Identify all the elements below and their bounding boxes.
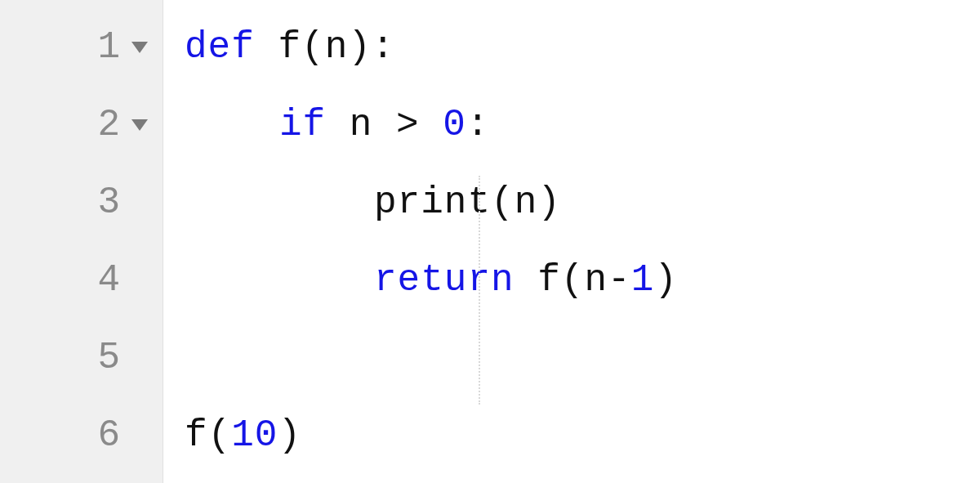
colon: : (372, 26, 395, 69)
line-number: 4 (97, 259, 120, 302)
space (514, 259, 538, 302)
fold-chevron-down-icon[interactable] (131, 42, 148, 53)
keyword-def: def (185, 26, 255, 69)
gutter-line-2[interactable]: 2 (0, 86, 163, 163)
line-number-gutter: 1 2 3 4 5 6 (0, 0, 163, 483)
fold-chevron-down-icon[interactable] (131, 119, 148, 131)
close-paren: ) (278, 414, 301, 457)
keyword-return: return (374, 259, 514, 302)
open-paren: ( (561, 259, 585, 302)
number-ten: 10 (231, 414, 278, 457)
open-paren: ( (491, 181, 514, 224)
code-line-5[interactable] (185, 319, 980, 396)
space (255, 26, 278, 69)
code-line-2[interactable]: if n > 0: (185, 86, 980, 163)
code-line-1[interactable]: def f(n): (185, 8, 980, 86)
close-paren: ) (348, 26, 372, 69)
open-paren: ( (301, 26, 325, 69)
code-line-6[interactable]: f(10) (185, 396, 980, 474)
gutter-line-5[interactable]: 5 (0, 319, 163, 396)
gutter-line-4[interactable]: 4 (0, 241, 163, 319)
variable-n: n (350, 104, 373, 146)
gutter-line-6[interactable]: 6 (0, 396, 163, 474)
code-editor-area[interactable]: def f(n): if n > 0: print(n) return f(n-… (163, 0, 980, 483)
variable-n: n (584, 259, 608, 302)
function-name: f (278, 26, 301, 69)
close-paren: ) (654, 259, 678, 302)
gutter-line-3[interactable]: 3 (0, 163, 163, 241)
close-paren: ) (537, 181, 561, 224)
operator-minus: - (608, 259, 631, 302)
line-number: 5 (97, 337, 120, 379)
space (372, 104, 396, 146)
indent-guide (479, 176, 480, 405)
variable-n: n (514, 181, 538, 224)
open-paren: ( (208, 414, 232, 457)
function-call: f (537, 259, 561, 302)
keyword-if: if (279, 104, 326, 146)
space (326, 104, 350, 146)
line-number: 2 (97, 104, 120, 146)
gutter-line-1[interactable]: 1 (0, 8, 163, 86)
line-number: 6 (97, 414, 120, 457)
space (420, 104, 443, 146)
builtin-print: print (374, 181, 491, 224)
code-line-3[interactable]: print(n) (185, 163, 980, 241)
parameter: n (325, 26, 349, 69)
colon: : (466, 104, 490, 146)
line-number: 3 (97, 181, 120, 224)
number-one: 1 (631, 259, 655, 302)
line-number: 1 (97, 26, 120, 69)
function-call: f (185, 414, 208, 457)
number-zero: 0 (443, 104, 466, 146)
code-line-4[interactable]: return f(n-1) (185, 241, 980, 319)
operator-gt: > (396, 104, 420, 146)
